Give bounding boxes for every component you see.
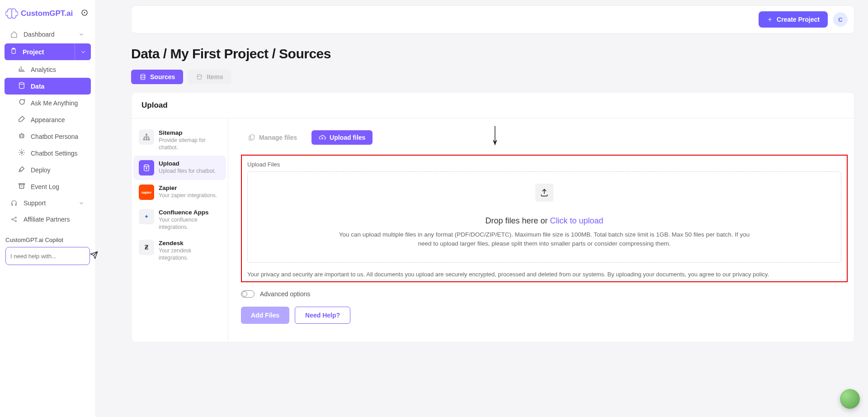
dropzone[interactable]: Drop files here or Click to upload You c… [247,171,841,263]
sidebar-item-settings[interactable]: Chatbot Settings [5,145,91,161]
sidebar-item-persona[interactable]: Chatbot Persona [5,128,91,145]
source-list: SitemapProvide sitemap for chatbot. Uplo… [132,118,228,342]
svg-point-11 [15,217,17,218]
brush-icon [18,115,25,124]
upload-db-icon [139,160,154,175]
page-tabs: Sources Items [131,70,854,84]
main-content: Create Project C Data / My First Project… [96,0,868,417]
copilot-input-wrap[interactable] [5,247,90,265]
svg-point-19 [144,165,149,167]
plus-icon [767,16,773,23]
breadcrumb: Data / My First Project / Sources [131,46,854,62]
database-icon [18,82,25,90]
annotation-highlight: Upload Files Drop files here or Click to… [241,155,848,282]
upload-panel: Upload SitemapProvide sitemap for chatbo… [131,92,854,342]
sidebar-item-support[interactable]: Support [5,195,91,211]
advanced-options-row: Advanced options [241,290,848,298]
sitemap-icon [139,129,154,145]
svg-point-6 [20,136,21,136]
sidebar-item-affiliate[interactable]: Affiliate Partners [5,211,91,227]
sidebar-item-deploy[interactable]: Deploy [5,161,91,178]
user-avatar[interactable]: C [833,12,848,27]
chevron-down-icon [77,199,85,207]
brand-text: CustomGPT.ai [21,9,73,18]
sidebar-item-data[interactable]: Data [5,78,91,95]
share-icon [10,215,18,223]
stack-icon [139,73,146,81]
project-chevron[interactable] [75,43,91,60]
svg-point-17 [146,139,147,140]
tab-upload-files[interactable]: Upload files [311,130,373,145]
svg-point-15 [146,134,147,135]
gear-icon [18,149,25,157]
add-files-button[interactable]: Add Files [241,307,289,324]
tab-sources[interactable]: Sources [131,70,183,84]
source-zapier[interactable]: zapier ZapierYour zapier integrations. [133,180,226,204]
svg-point-14 [198,75,202,76]
topbar: Create Project C [131,5,854,33]
svg-point-10 [12,219,13,220]
source-confluence[interactable]: ✦ Confluence AppsYour confluence integra… [133,204,226,235]
svg-point-12 [15,221,17,222]
zendesk-icon: Ƶ [139,240,154,255]
source-zendesk[interactable]: Ƶ ZendeskYour zendesk integrations. [133,235,226,266]
brand-logo[interactable]: CustomGPT.ai [5,7,73,20]
svg-point-7 [22,136,23,136]
cloud-upload-icon [319,134,326,141]
rocket-icon [18,166,25,174]
robot-icon [18,132,25,141]
sidebar-item-analytics[interactable]: Analytics [5,61,91,78]
sidebar-item-ask[interactable]: Ask Me Anything [5,95,91,111]
dropzone-help: You can upload multiple files in any for… [332,230,757,249]
collapse-icon[interactable] [81,9,88,18]
sidebar-item-project[interactable]: Project [5,43,91,60]
source-upload[interactable]: UploadUpload files for chatbot. [133,156,226,180]
svg-point-18 [148,139,150,140]
brain-icon [5,7,18,20]
home-icon [10,30,18,38]
sidebar-item-dashboard[interactable]: Dashboard [5,26,91,43]
sidebar: CustomGPT.ai Dashboard Project Analytics… [0,0,96,417]
tab-manage-files[interactable]: Manage files [241,130,304,145]
upload-content: ↓ Manage files Upload files Upload Files… [228,118,854,342]
sidebar-item-appearance[interactable]: Appearance [5,111,91,128]
svg-point-13 [141,74,145,76]
copilot-title: CustomGPT.ai Copilot [5,237,90,243]
svg-rect-9 [19,184,24,185]
files-icon [248,134,255,141]
archive-icon [18,182,25,191]
items-icon [196,73,203,81]
advanced-label: Advanced options [260,290,310,298]
clipboard-icon [10,47,17,56]
svg-rect-20 [250,135,254,139]
create-project-button[interactable]: Create Project [759,11,828,28]
sidebar-item-eventlog[interactable]: Event Log [5,178,91,195]
chat-widget-button[interactable] [840,389,860,409]
need-help-button[interactable]: Need Help? [295,307,350,324]
tab-items[interactable]: Items [188,70,231,84]
privacy-note: Your privacy and security are important … [247,270,841,279]
annotation-arrow-icon: ↓ [491,117,499,149]
confluence-icon: ✦ [139,209,154,224]
chevron-down-icon [77,30,85,38]
chat-icon [18,99,25,107]
svg-point-1 [84,12,85,13]
source-sitemap[interactable]: SitemapProvide sitemap for chatbot. [133,125,226,156]
copilot-input[interactable] [10,253,86,260]
svg-point-8 [21,152,23,153]
zapier-icon: zapier [139,185,154,200]
dropzone-heading: Drop files here or Click to upload [259,216,830,226]
advanced-toggle[interactable] [241,290,255,298]
upload-files-label: Upload Files [247,161,841,168]
copilot-section: CustomGPT.ai Copilot [5,237,91,265]
click-to-upload-link[interactable]: Click to upload [550,216,603,225]
upload-icon [535,184,553,202]
headphones-icon [10,199,18,207]
svg-point-16 [143,139,145,140]
chart-icon [18,65,25,74]
svg-point-4 [19,82,24,84]
